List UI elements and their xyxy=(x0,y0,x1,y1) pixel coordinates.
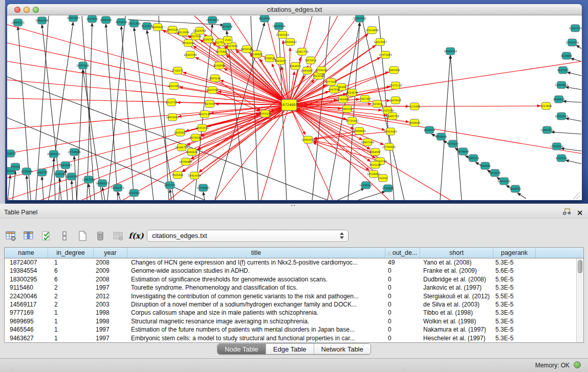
graph-node[interactable]: 2718170 xyxy=(172,67,183,74)
graph-node[interactable]: 8466162 xyxy=(100,16,112,24)
graph-node[interactable]: 1115688 xyxy=(21,168,32,175)
graph-node[interactable]: 8667130 xyxy=(199,111,210,118)
graph-node[interactable]: 917003 xyxy=(205,100,214,107)
graph-node[interactable]: 12213967 xyxy=(374,38,386,46)
graph-node[interactable]: 8912954 xyxy=(178,29,189,36)
select-rows-icon[interactable] xyxy=(40,229,53,243)
graph-node[interactable]: 2803144 xyxy=(209,75,221,82)
graph-node[interactable]: 8813054 xyxy=(259,15,270,22)
graph-node[interactable]: 16914479 xyxy=(188,172,201,179)
graph-node[interactable]: 7515526 xyxy=(141,23,153,30)
tab-edge-table[interactable]: Edge Table xyxy=(266,344,314,354)
close-window-button[interactable] xyxy=(14,7,20,13)
graph-node[interactable]: 7955812 xyxy=(305,57,316,64)
table-row[interactable]: 977716911998Corpus callosum shape and si… xyxy=(5,309,583,317)
graph-node[interactable]: 8186328 xyxy=(203,36,214,43)
graph-node[interactable]: 20887682 xyxy=(353,15,366,22)
graph-node[interactable]: 6479197 xyxy=(447,140,459,147)
graph-node[interactable]: 20975887 xyxy=(59,162,72,169)
graph-node[interactable]: 16353534 xyxy=(195,124,208,132)
graph-node[interactable]: 1624554 xyxy=(346,89,358,96)
graph-node[interactable]: 9146821 xyxy=(251,51,263,58)
graph-node[interactable]: 9498222 xyxy=(186,148,198,156)
float-panel-icon[interactable] xyxy=(563,208,571,217)
column-header-title[interactable]: title xyxy=(127,248,385,258)
graph-node[interactable]: 19904487 xyxy=(300,67,313,74)
graph-node[interactable]: 9245652 xyxy=(510,185,521,192)
graph-node[interactable]: 6794028 xyxy=(316,67,327,74)
graph-node[interactable]: 9129966 xyxy=(561,52,572,59)
table-scrollbar[interactable] xyxy=(576,258,583,342)
graph-node[interactable]: 10653287 xyxy=(67,15,79,21)
graph-node[interactable]: 1527602 xyxy=(86,15,98,23)
scrollbar-thumb[interactable] xyxy=(578,260,582,273)
graph-node[interactable]: 9474444 xyxy=(458,148,469,155)
table-row[interactable]: 1938455462009Genome-wide association stu… xyxy=(5,267,583,275)
graph-node[interactable]: 1588520 xyxy=(264,55,275,62)
window-titlebar[interactable]: citations_edges.txt xyxy=(7,4,582,15)
graph-node[interactable]: 1244413 xyxy=(553,96,564,103)
graph-node[interactable]: 9884067 xyxy=(369,148,381,156)
graph-node[interactable]: 16543312 xyxy=(182,39,194,47)
graph-node[interactable]: 3915411 xyxy=(7,167,16,174)
graph-node[interactable]: 15692971 xyxy=(540,126,553,134)
graph-node[interactable]: 10756928 xyxy=(382,143,395,150)
graph-node[interactable]: 9657771 xyxy=(164,182,176,189)
graph-node[interactable]: 1145194 xyxy=(54,170,66,178)
graph-node[interactable]: 5938924 xyxy=(435,133,447,140)
graph-node[interactable]: 9115460 xyxy=(409,103,420,110)
network-canvas[interactable]: 1615480812213967109734937485063129751151… xyxy=(7,15,582,200)
network-window[interactable]: citations_edges.txt 16154808122139671097… xyxy=(7,4,582,201)
graph-node[interactable]: 1810755 xyxy=(166,99,177,106)
column-header-name[interactable]: name xyxy=(5,248,48,258)
graph-node[interactable]: 7832621 xyxy=(480,162,491,169)
tab-network-table[interactable]: Network Table xyxy=(314,344,371,354)
table-row[interactable]: 946554611997Estimation of the future num… xyxy=(5,325,583,334)
graph-node[interactable]: 7465822 xyxy=(152,24,163,31)
delete-table-icon[interactable] xyxy=(94,229,107,243)
graph-node[interactable]: 7625402 xyxy=(172,171,183,179)
graph-node[interactable]: 1615192 xyxy=(369,161,381,168)
column-header-out-de-[interactable]: △out_de... xyxy=(385,248,420,258)
table-settings-icon[interactable] xyxy=(4,229,17,243)
graph-node[interactable]: 2935114 xyxy=(468,155,479,162)
graph-node[interactable]: 6497568 xyxy=(329,86,340,93)
table-row[interactable]: 1456911722003Disruption of a novel membe… xyxy=(5,300,583,309)
graph-node[interactable]: 62160 xyxy=(373,100,382,107)
graph-node[interactable]: 16961758 xyxy=(295,48,308,55)
graph-node[interactable]: 7485063 xyxy=(388,67,400,74)
graph-node[interactable]: 1463627 xyxy=(390,97,401,104)
column-header-short[interactable]: short xyxy=(420,248,493,258)
graph-node[interactable]: 1640954 xyxy=(424,126,435,134)
graph-node[interactable]: 9860123 xyxy=(167,26,178,33)
graph-node[interactable]: 19218506 xyxy=(272,23,285,30)
graph-node[interactable]: 24055714 xyxy=(11,19,24,26)
network-graph[interactable]: 1615480812213967109734937485063129751151… xyxy=(7,15,582,200)
graph-node[interactable]: 16210643 xyxy=(555,113,568,120)
graph-node[interactable]: 1546 xyxy=(224,36,232,43)
graph-node[interactable]: 8215958 xyxy=(540,102,552,110)
merge-rows-icon[interactable] xyxy=(58,229,71,243)
graph-node[interactable]: 15716485 xyxy=(197,184,209,191)
graph-node[interactable]: 10654162 xyxy=(497,178,510,185)
panel-resize-handle[interactable] xyxy=(0,204,588,207)
new-table-icon[interactable] xyxy=(76,229,89,243)
table-row[interactable]: 2242004622012Investigating the contribut… xyxy=(5,292,583,300)
graph-node[interactable]: 15654923 xyxy=(384,128,397,135)
graph-node[interactable]: 1071914 xyxy=(116,18,127,26)
graph-node[interactable]: 20691406 xyxy=(35,17,48,24)
graph-node[interactable]: 15720407 xyxy=(345,117,358,124)
graph-node[interactable]: 9242848 xyxy=(213,62,225,69)
graph-node[interactable]: 11121743 xyxy=(569,25,581,32)
graph-node[interactable]: 1167534 xyxy=(556,155,567,162)
graph-node[interactable]: 1342757 xyxy=(36,169,48,176)
maximize-window-button[interactable] xyxy=(33,7,39,13)
column-header-year[interactable]: year xyxy=(94,248,127,258)
tab-node-table[interactable]: Node Table xyxy=(217,344,266,354)
column-header-pagerank[interactable]: pagerank xyxy=(493,248,536,258)
graph-node[interactable]: 16958107 xyxy=(96,180,108,187)
graph-node[interactable]: 19166827 xyxy=(173,129,186,136)
graph-node[interactable]: 7357274 xyxy=(221,23,232,30)
graph-node[interactable]: 10688609 xyxy=(353,127,365,135)
table-row[interactable]: 946362711997Embryonic stem cells: a mode… xyxy=(5,334,583,342)
